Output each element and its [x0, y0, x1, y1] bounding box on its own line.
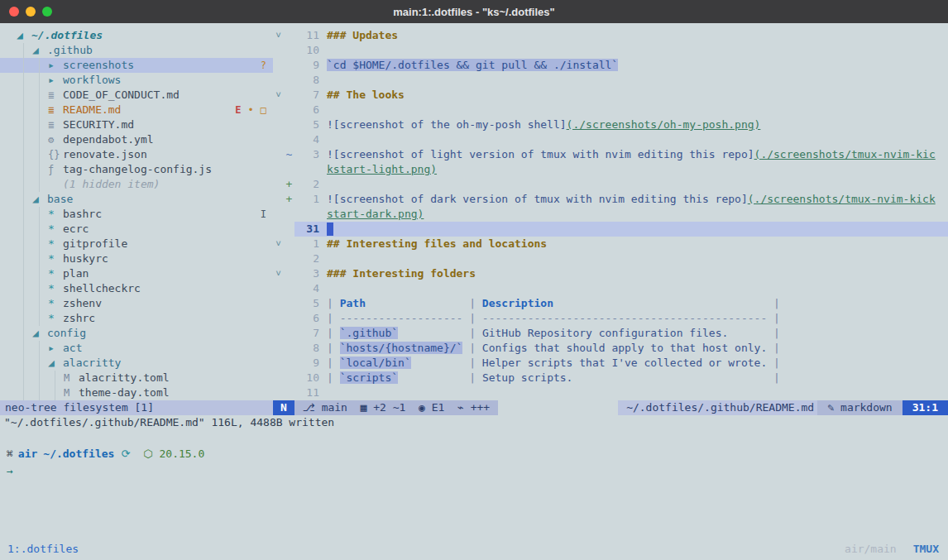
editor-line[interactable]: kstart-light.png): [273, 162, 948, 177]
editor-line[interactable]: ~3![screenshot of light version of tmux …: [273, 147, 948, 162]
editor-line[interactable]: 9| `local/bin` | Helper scripts that I'v…: [273, 356, 948, 371]
indent-guide: [23, 281, 32, 296]
line-number: 5: [294, 117, 327, 132]
shell-prompt: ⌘air~/.dotfiles⟳⬡ 20.15.0: [7, 445, 948, 462]
tree-item-plan[interactable]: *plan: [0, 266, 273, 281]
text-segment: |: [462, 342, 481, 354]
tree-item-act[interactable]: ▸act: [0, 341, 273, 356]
line-number: 3: [294, 147, 327, 162]
indent-guide: [23, 326, 32, 341]
tree-item-label: alacritty: [63, 356, 121, 371]
tree-item-dependabot-yml[interactable]: ⚙dependabot.yml: [0, 132, 273, 147]
editor-line[interactable]: 10| `scripts` | Setup scripts. |: [273, 371, 948, 385]
editor-pane[interactable]: ˅11### Updates109`cd $HOME/.dotfiles && …: [273, 23, 948, 415]
editor-line[interactable]: +1![screenshot of dark version of tmux w…: [273, 192, 948, 207]
editor-line[interactable]: 5![screenshot of the oh-my-posh shell](.…: [273, 117, 948, 132]
tree-item-zshrc[interactable]: *zshrc: [0, 311, 273, 326]
line-number: 6: [294, 311, 327, 326]
editor-line[interactable]: 31: [273, 222, 948, 237]
tree-item-alacritty[interactable]: ◢alacritty: [0, 356, 273, 371]
tree-item-label: CODE_OF_CONDUCT.md: [63, 88, 180, 103]
editor-line[interactable]: 9`cd $HOME/.dotfiles && git pull && ./in…: [273, 58, 948, 73]
editor-line[interactable]: +2: [273, 177, 948, 192]
text-segment: `scripts`: [340, 371, 398, 384]
git-sign: [284, 296, 294, 311]
tree-item-label: base: [47, 192, 73, 207]
fold-marker: [273, 222, 284, 237]
editor-line[interactable]: 5| Path | Description |: [273, 296, 948, 311]
line-number: 9: [294, 58, 327, 73]
line-text: ### Interesting folders: [327, 266, 948, 281]
shell-area[interactable]: ⌘air~/.dotfiles⟳⬡ 20.15.0 →: [0, 430, 948, 537]
tree-item-shellcheckrc[interactable]: *shellcheckrc: [0, 281, 273, 296]
tree-item-workflows[interactable]: ▸workflows: [0, 73, 273, 88]
status-badge: ?: [261, 58, 266, 73]
tree-item-code-of-conduct-md[interactable]: ≣CODE_OF_CONDUCT.md: [0, 88, 273, 103]
editor-line[interactable]: 4: [273, 132, 948, 147]
tree-item-gitprofile[interactable]: *gitprofile: [0, 237, 273, 251]
tree-item-dotfiles[interactable]: ◢~/.dotfiles: [0, 28, 273, 43]
tree-item-huskyrc[interactable]: *huskyrc: [0, 251, 273, 266]
text-segment: Helper scripts that I've collected or wr…: [482, 357, 767, 369]
line-number: 4: [294, 281, 327, 296]
indent-guide: [23, 147, 32, 162]
line-text: [327, 132, 948, 147]
editor-line[interactable]: ˅7## The looks: [273, 88, 948, 103]
text-segment: |: [327, 342, 340, 354]
editor-line[interactable]: 7| `.github` | GitHub Repository configu…: [273, 326, 948, 341]
status-badge: □: [261, 103, 266, 117]
editor-line[interactable]: 8: [273, 73, 948, 88]
tmux-window-item: 1:.dotfiles: [7, 543, 79, 555]
line-text: ## The looks: [327, 88, 948, 103]
indent-guide: [23, 237, 32, 251]
text-segment: ### Updates: [327, 29, 398, 41]
editor-line[interactable]: 10: [273, 43, 948, 58]
editor-line[interactable]: 2: [273, 251, 948, 266]
toml-icon: M: [64, 371, 77, 385]
fold-marker: [273, 162, 284, 177]
line-number: 10: [294, 371, 327, 385]
maximize-button[interactable]: [42, 7, 52, 17]
script-icon: ƒ: [48, 162, 61, 177]
fold-marker: [273, 103, 284, 117]
editor-line[interactable]: ˅3### Interesting folders: [273, 266, 948, 281]
tree-item-theme-day-toml[interactable]: Mtheme-day.toml: [0, 385, 273, 400]
tree-item-config[interactable]: ◢config: [0, 326, 273, 341]
minimize-button[interactable]: [26, 7, 36, 17]
text-segment: ![screenshot of dark version of tmux wit…: [327, 193, 748, 205]
tree-item-label: gitprofile: [63, 237, 127, 251]
git-sign: +: [284, 177, 294, 192]
tree-item-zshenv[interactable]: *zshenv: [0, 296, 273, 311]
tree-item-1-hidden-item[interactable]: (1 hidden item): [0, 177, 273, 192]
fold-marker: [273, 356, 284, 371]
editor-line[interactable]: ˅11### Updates: [273, 28, 948, 43]
tree-item-readme-md[interactable]: ≣README.mdE•□: [0, 103, 273, 117]
tree-item-screenshots[interactable]: ▸screenshots?: [0, 58, 273, 73]
tree-item-github[interactable]: ◢.github: [0, 43, 273, 58]
editor-buffer[interactable]: ˅11### Updates109`cd $HOME/.dotfiles && …: [273, 23, 948, 400]
editor-line[interactable]: 6| ------------------- | ---------------…: [273, 311, 948, 326]
indent-guide: [23, 43, 32, 58]
tree-item-alacritty-toml[interactable]: Malacritty.toml: [0, 371, 273, 385]
indent-guide: [23, 356, 32, 371]
fold-marker: [273, 385, 284, 400]
tree-item-base[interactable]: ◢base: [0, 192, 273, 207]
fold-marker: [273, 147, 284, 162]
tree-item-label: zshenv: [63, 296, 102, 311]
editor-line[interactable]: 6: [273, 103, 948, 117]
tree-item-renovate-json[interactable]: {}renovate.json: [0, 147, 273, 162]
tree-item-bashrc[interactable]: *bashrcI: [0, 207, 273, 222]
editor-line[interactable]: 4: [273, 281, 948, 296]
editor-line[interactable]: ˅1## Interesting files and locations: [273, 237, 948, 251]
tree-item-ecrc[interactable]: *ecrc: [0, 222, 273, 237]
close-button[interactable]: [9, 7, 19, 17]
tree-item-security-md[interactable]: ≣SECURITY.md: [0, 117, 273, 132]
editor-line[interactable]: 11: [273, 385, 948, 400]
indent-guide: [39, 117, 48, 132]
line-text: | ------------------- | ----------------…: [327, 311, 948, 326]
tree-item-tag-changelog-config-js[interactable]: ƒtag-changelog-config.js: [0, 162, 273, 177]
text-segment: ### Interesting folders: [327, 267, 476, 280]
editor-line[interactable]: start-dark.png): [273, 207, 948, 222]
folder-open-icon: ◢: [48, 356, 61, 371]
editor-line[interactable]: 8| `hosts/{hostname}/` | Configs that sh…: [273, 341, 948, 356]
